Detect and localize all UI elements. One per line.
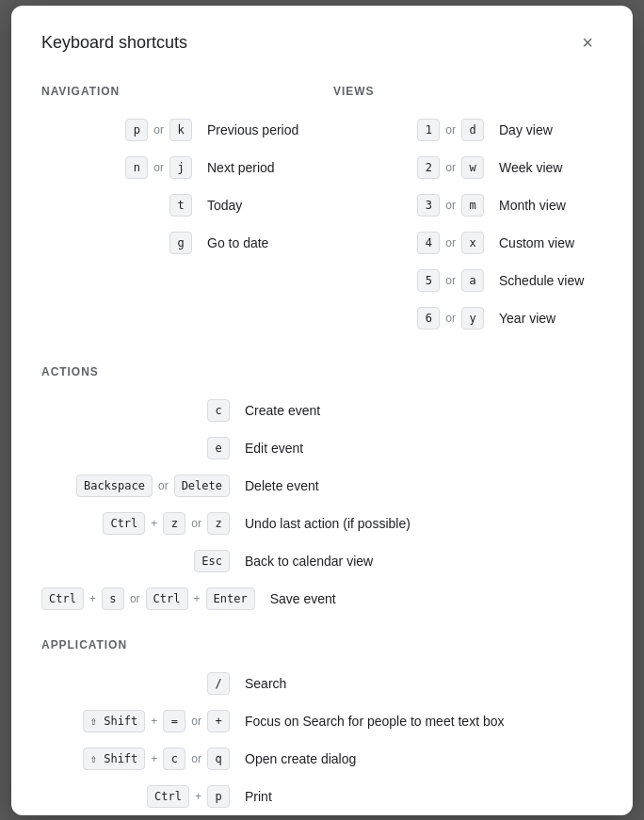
key-2: 2: [417, 156, 440, 179]
sep: or: [445, 199, 456, 212]
key-shift2: ⇧ Shift: [83, 748, 146, 770]
shortcut-label: Create event: [245, 403, 603, 418]
key-k: k: [169, 119, 192, 141]
shortcut-row: c Create event: [41, 394, 603, 427]
application-title: Application: [41, 638, 603, 651]
keys-area: 2 or w: [333, 156, 484, 179]
sep: +: [151, 517, 157, 530]
keys-area: 6 or y: [333, 307, 484, 330]
keys-area: e: [41, 437, 230, 459]
keys-area: /: [41, 672, 230, 695]
close-button[interactable]: ×: [572, 28, 603, 58]
shortcut-row: e Edit event: [41, 431, 603, 465]
key-delete: Delete: [174, 474, 230, 497]
shortcut-label: Day view: [499, 122, 603, 137]
shortcut-row: t Today: [41, 188, 311, 222]
key-e: e: [207, 437, 230, 459]
shortcut-label: Week view: [499, 160, 603, 175]
key-1: 1: [417, 119, 440, 141]
key-y: y: [461, 307, 484, 330]
shortcut-row: ⇧ Shift + c or q Open create dialog: [41, 742, 603, 776]
shortcut-row: Ctrl + p Print: [41, 780, 603, 813]
key-m: m: [461, 194, 484, 217]
shortcut-row: Ctrl + s or Ctrl + Enter Save event: [41, 582, 603, 616]
key-j: j: [169, 156, 192, 179]
shortcut-label: Undo last action (if possible): [245, 516, 603, 531]
sep: or: [153, 161, 164, 174]
keys-area: ⇧ Shift + c or q: [41, 748, 230, 770]
shortcut-row: 6 or y Year view: [333, 301, 603, 335]
shortcut-row: n or j Next period: [41, 151, 311, 185]
sep: +: [194, 592, 201, 605]
shortcut-label: Delete event: [245, 478, 603, 493]
shortcut-label: Save event: [270, 591, 603, 606]
sep: or: [445, 274, 456, 287]
shortcut-row: 4 or x Custom view: [333, 226, 603, 260]
sep: +: [151, 752, 157, 765]
keys-area: ⇧ Shift + = or +: [41, 710, 230, 732]
keys-area: 4 or x: [333, 232, 484, 254]
shortcut-label: Print: [245, 789, 603, 804]
shortcut-label: Schedule view: [499, 273, 603, 288]
sep: or: [153, 123, 164, 137]
key-5: 5: [417, 269, 440, 292]
keys-area: n or j: [41, 156, 192, 179]
keys-area: Esc: [41, 550, 230, 572]
keys-area: c: [41, 399, 230, 422]
navigation-section: Navigation p or k Previous period n or j…: [41, 81, 311, 339]
views-title: Views: [333, 85, 603, 98]
sep: or: [191, 715, 201, 728]
key-g: g: [169, 232, 192, 254]
key-c2: c: [163, 748, 185, 770]
key-x: x: [461, 232, 484, 254]
shortcut-label: Edit event: [245, 441, 603, 456]
shortcut-label: Year view: [499, 311, 603, 326]
keys-area: 5 or a: [333, 269, 484, 292]
keys-area: Ctrl + p: [41, 785, 230, 808]
views-section: Views 1 or d Day view 2 or w Week view: [333, 81, 603, 339]
key-ctrl: Ctrl: [103, 512, 145, 535]
key-p: p: [207, 785, 230, 808]
keys-area: t: [41, 194, 192, 217]
sep: +: [195, 790, 201, 803]
key-3: 3: [417, 194, 440, 217]
key-z2: z: [207, 512, 230, 535]
key-backspace: Backspace: [76, 474, 153, 497]
keys-area: Ctrl + z or z: [41, 512, 230, 535]
shortcut-row: Esc Back to calendar view: [41, 544, 603, 578]
shortcut-row: 2 or w Week view: [333, 151, 603, 185]
sep: or: [445, 236, 456, 249]
shortcut-label: Open create dialog: [245, 751, 603, 766]
shortcut-row: 3 or m Month view: [333, 188, 603, 222]
shortcut-label: Next period: [207, 160, 311, 175]
keys-area: g: [41, 232, 192, 254]
keys-area: Ctrl + s or Ctrl + Enter: [41, 587, 255, 610]
sep: or: [191, 752, 201, 765]
application-section: Application / Search ⇧ Shift + = or + Fo…: [41, 638, 603, 815]
shortcut-label: Custom view: [499, 235, 603, 250]
modal-title: Keyboard shortcuts: [41, 33, 187, 53]
key-a: a: [461, 269, 484, 292]
sep: or: [158, 479, 169, 492]
shortcut-label: Previous period: [207, 122, 311, 137]
keys-area: Backspace or Delete: [41, 474, 230, 497]
shortcut-row: / Search: [41, 667, 603, 700]
key-slash: /: [207, 672, 230, 695]
key-ctrl3: Ctrl: [146, 587, 188, 610]
shortcut-label: Back to calendar view: [245, 554, 603, 569]
shortcut-label: Go to date: [207, 235, 311, 250]
key-equals: =: [163, 710, 185, 732]
key-w: w: [461, 156, 484, 179]
key-ctrl4: Ctrl: [147, 785, 189, 808]
shortcut-row: 1 or d Day view: [333, 113, 603, 147]
sep: or: [445, 312, 456, 325]
key-ctrl2: Ctrl: [41, 587, 84, 610]
shortcut-row: ⇧ Shift + = or + Focus on Search for peo…: [41, 704, 603, 738]
shortcut-label: Today: [207, 198, 311, 213]
key-p: p: [125, 119, 148, 141]
keys-area: 3 or m: [333, 194, 484, 217]
shortcut-row: Ctrl + z or z Undo last action (if possi…: [41, 506, 603, 540]
key-4: 4: [417, 232, 440, 254]
shortcut-row: g Go to date: [41, 226, 311, 260]
key-enter: Enter: [206, 587, 255, 610]
